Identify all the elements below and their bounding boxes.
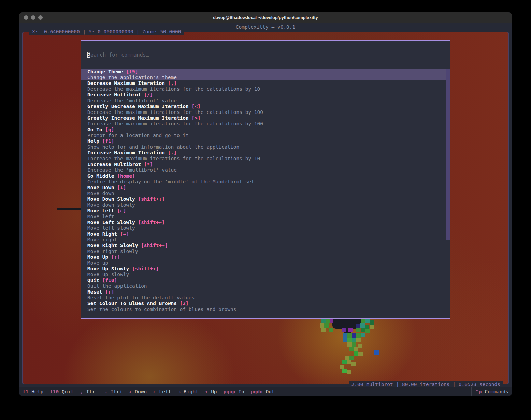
command-name: Increase Maximum Iteration [.] bbox=[87, 150, 450, 156]
footer-binding-out[interactable]: pgdn Out bbox=[251, 389, 275, 394]
window-title: davep@Shadow.local ~/develop/python/comp… bbox=[19, 15, 512, 20]
command-name: Reset [r] bbox=[87, 289, 450, 295]
command-item[interactable]: Move Down Slowly [shift+↓]Move down slow… bbox=[81, 196, 450, 208]
footer-binding-quit[interactable]: f10 Quit bbox=[50, 389, 74, 394]
command-keybinding: [,] bbox=[168, 80, 177, 86]
command-description: Move down slowly bbox=[87, 202, 450, 208]
plot-status-readout: 2.00 multibrot | 80.00 iterations | 0.05… bbox=[349, 381, 503, 387]
command-item[interactable]: Move Left Slowly [shift+←]Move left slow… bbox=[81, 220, 450, 231]
command-description: Reset the plot to the default values bbox=[87, 295, 450, 301]
titlebar: davep@Shadow.local ~/develop/python/comp… bbox=[19, 12, 512, 23]
command-description: Move up slowly bbox=[87, 272, 450, 278]
command-name: Move Left [←] bbox=[87, 208, 450, 214]
command-description: Move right slowly bbox=[87, 249, 450, 254]
command-keybinding: [g] bbox=[105, 127, 114, 132]
command-name: Decrease Multibrot [/] bbox=[87, 92, 450, 98]
command-keybinding: [f9] bbox=[126, 69, 138, 74]
command-keybinding: [/] bbox=[144, 92, 153, 97]
command-search-input[interactable]: Search for commands… bbox=[81, 41, 450, 69]
footer-binding-in[interactable]: pgup In bbox=[224, 389, 244, 394]
command-name: Greatly Increase Maximum Iteration [>] bbox=[87, 115, 450, 121]
command-item[interactable]: Move Up [↑]Move up bbox=[81, 254, 450, 266]
command-name: Move Up Slowly [shift+↑] bbox=[87, 266, 450, 272]
text-cursor: S bbox=[87, 52, 90, 58]
command-item[interactable]: Set Colour To Blues And Browns [2]Set th… bbox=[81, 301, 450, 312]
command-description: Show help for and information about the … bbox=[87, 144, 450, 150]
command-item[interactable]: Move Right Slowly [shift+→]Move right sl… bbox=[81, 243, 450, 254]
command-description: Quit the application bbox=[87, 283, 450, 289]
commands-key-label: ^p bbox=[476, 389, 482, 394]
footer-binding-down[interactable]: ↓ Down bbox=[129, 389, 147, 394]
command-keybinding: [↑] bbox=[111, 254, 120, 260]
command-keybinding: [shift+↑] bbox=[132, 266, 159, 271]
command-name: Move Right Slowly [shift+→] bbox=[87, 243, 450, 249]
command-description: Decrease the maximum iterations for the … bbox=[87, 86, 450, 92]
command-keybinding: [>] bbox=[192, 115, 201, 121]
command-name: Change Theme [f9] bbox=[87, 69, 450, 75]
command-description: Increase the maximum iterations for the … bbox=[87, 121, 450, 127]
command-item[interactable]: Go To [g]Prompt for a location and go to… bbox=[81, 127, 450, 138]
plot-position-readout: X: -0.6400000000 | Y: 0.0000000000 | Zoo… bbox=[29, 29, 184, 35]
command-item[interactable]: Change Theme [f9]Change the application'… bbox=[81, 69, 450, 80]
command-keybinding: [↓] bbox=[117, 185, 126, 190]
footer-binding-up[interactable]: ↑ Up bbox=[205, 389, 217, 394]
footer-binding-right[interactable]: → Right bbox=[178, 389, 199, 394]
command-name: Greatly Decrease Maximum Iteration [<] bbox=[87, 104, 450, 109]
command-description: Move down bbox=[87, 191, 450, 196]
command-description: Move left slowly bbox=[87, 225, 450, 231]
command-keybinding: [f10] bbox=[102, 278, 117, 283]
commands-label: Commands bbox=[482, 389, 508, 394]
command-description: Decrease the 'multibrot' value bbox=[87, 98, 450, 104]
command-keybinding: [→] bbox=[120, 231, 129, 237]
command-item[interactable]: Move Left [←]Move left bbox=[81, 208, 450, 220]
footer-commands-binding[interactable]: ^p Commands bbox=[471, 387, 508, 396]
command-name: Increase Multibrot [*] bbox=[87, 162, 450, 167]
footer-binding-left[interactable]: ← Left bbox=[153, 389, 171, 394]
command-item[interactable]: Greatly Increase Maximum Iteration [>]In… bbox=[81, 115, 450, 127]
command-description: Set the colours to combination of blues … bbox=[87, 306, 450, 312]
command-description: Move right bbox=[87, 237, 450, 243]
command-item[interactable]: Move Up Slowly [shift+↑]Move up slowly bbox=[81, 266, 450, 278]
command-item[interactable]: Move Down [↓]Move down bbox=[81, 185, 450, 196]
command-item[interactable]: Increase Multibrot [*]Increase the 'mult… bbox=[81, 162, 450, 173]
terminal-screen: Complexitty — v0.0.1 X: -0.6400000000 | … bbox=[19, 23, 512, 396]
footer-binding-help[interactable]: f1 Help bbox=[23, 389, 43, 394]
command-keybinding: [shift+↓] bbox=[138, 196, 165, 202]
command-item[interactable]: Decrease Maximum Iteration [,]Decrease t… bbox=[81, 80, 450, 92]
command-description: Prompt for a location and go to it bbox=[87, 133, 450, 138]
command-description: Centre the display on the 'middle' of th… bbox=[87, 179, 450, 185]
command-keybinding: [shift+←] bbox=[138, 220, 165, 225]
command-keybinding: [.] bbox=[168, 150, 177, 155]
command-name: Go Middle [home] bbox=[87, 173, 450, 179]
terminal-window: davep@Shadow.local ~/develop/python/comp… bbox=[19, 12, 512, 396]
command-name: Go To [g] bbox=[87, 127, 450, 133]
command-description: Move left bbox=[87, 214, 450, 220]
command-description: Change the application's theme bbox=[87, 75, 450, 80]
command-palette: Search for commands… Change Theme [f9]Ch… bbox=[81, 40, 450, 319]
command-description: Move up bbox=[87, 260, 450, 266]
command-description: Increase the 'multibrot' value bbox=[87, 167, 450, 173]
command-name: Move Down Slowly [shift+↓] bbox=[87, 196, 450, 202]
footer-binding-itr-[interactable]: , Itr- bbox=[80, 389, 98, 394]
command-keybinding: [<] bbox=[192, 104, 201, 109]
command-keybinding: [f1] bbox=[102, 138, 114, 144]
key-bindings-footer: f1 Helpf10 Quit, Itr-. Itr+↓ Down← Left→… bbox=[19, 387, 512, 396]
command-item[interactable]: Quit [f10]Quit the application bbox=[81, 278, 450, 289]
search-placeholder: earch for commands… bbox=[90, 52, 149, 58]
command-description: Decrease the maximum iterations for the … bbox=[87, 109, 450, 115]
command-keybinding: [r] bbox=[105, 289, 114, 295]
command-item[interactable]: Decrease Multibrot [/]Decrease the 'mult… bbox=[81, 92, 450, 104]
command-keybinding: [2] bbox=[180, 301, 189, 306]
scrollbar-thumb[interactable] bbox=[446, 69, 450, 240]
command-name: Help [f1] bbox=[87, 138, 450, 144]
command-name: Decrease Maximum Iteration [,] bbox=[87, 80, 450, 86]
command-item[interactable]: Increase Maximum Iteration [.]Increase t… bbox=[81, 150, 450, 162]
command-item[interactable]: Greatly Decrease Maximum Iteration [<]De… bbox=[81, 104, 450, 115]
command-item[interactable]: Help [f1]Show help for and information a… bbox=[81, 138, 450, 150]
command-item[interactable]: Reset [r]Reset the plot to the default v… bbox=[81, 289, 450, 301]
command-name: Quit [f10] bbox=[87, 278, 450, 283]
footer-binding-itr+[interactable]: . Itr+ bbox=[104, 389, 122, 394]
command-item[interactable]: Move Right [→]Move right bbox=[81, 231, 450, 243]
command-item[interactable]: Go Middle [home]Centre the display on th… bbox=[81, 173, 450, 185]
command-name: Move Right [→] bbox=[87, 231, 450, 237]
